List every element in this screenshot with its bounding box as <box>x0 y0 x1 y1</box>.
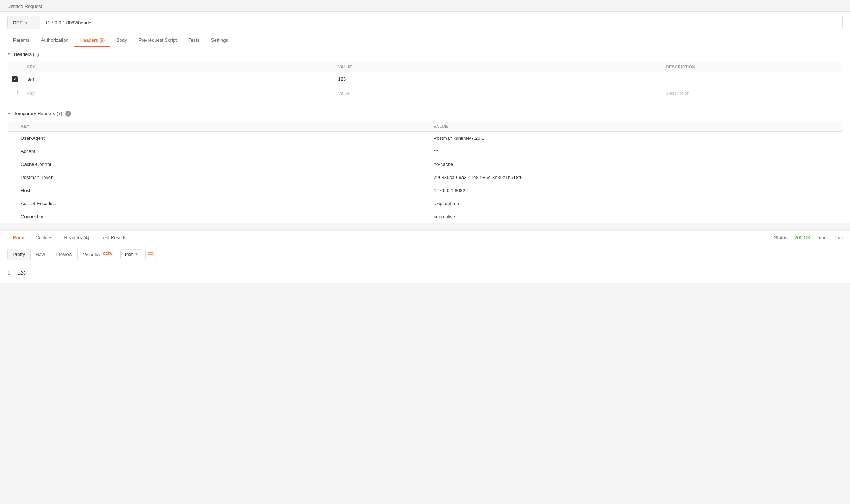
tab-prerequest[interactable]: Pre-request Script <box>133 34 183 47</box>
tab-headers[interactable]: Headers (8) <box>74 34 110 47</box>
headers-1-triangle-icon: ▼ <box>7 52 11 56</box>
temp-checkbox-cell <box>8 210 17 223</box>
checkbox-checked-icon[interactable]: ✓ <box>12 76 18 82</box>
tab-tests[interactable]: Tests <box>183 34 205 47</box>
temp-checkbox-cell <box>8 184 17 197</box>
temp-headers-info-icon[interactable]: i <box>65 111 71 117</box>
temp-col-value: VALUE <box>429 121 843 131</box>
beta-badge: BETA <box>103 252 112 255</box>
table-row: Host 127.0.0.1:8082 <box>8 184 843 197</box>
response-tab-bar: Body Cookies Headers (4) Test Results St… <box>0 231 850 245</box>
header-key-0[interactable]: item <box>22 72 334 86</box>
checkbox-unchecked-icon[interactable] <box>12 90 18 95</box>
temp-headers-triangle-icon: ▼ <box>7 111 11 115</box>
temp-header-value: */* <box>429 145 843 158</box>
request-title: Untitled Request <box>0 0 850 12</box>
method-select[interactable]: GET ▼ <box>8 16 40 29</box>
temp-header-key: Host <box>16 184 429 197</box>
table-row: ✓ item 123 <box>8 72 843 86</box>
header-value-0[interactable]: 123 <box>334 72 662 86</box>
temp-headers-table: KEY VALUE User-Agent PostmanRuntime/7.20… <box>7 121 843 223</box>
title-text: Untitled Request <box>7 4 42 9</box>
headers-1-table: KEY VALUE DESCRIPTION ✓ <box>7 61 843 101</box>
response-headers-count: (4) <box>83 235 89 240</box>
temp-headers-table-head-row: KEY VALUE <box>8 121 843 131</box>
temp-headers-toggle[interactable]: ▼ Temporary Headers (7) i <box>7 106 843 121</box>
response-body: 1 123 <box>0 264 850 283</box>
table-row-placeholder: Key Value Description <box>8 86 843 100</box>
temp-headers-title: Temporary Headers (7) <box>14 111 62 116</box>
temp-col-checkbox <box>8 121 17 131</box>
headers-1-toggle[interactable]: ▼ Headers (1) <box>7 47 843 61</box>
headers-tab-count: (8) <box>99 38 105 43</box>
response-status: Status: 200 OK Time: 7ms <box>774 235 843 240</box>
header-key-placeholder[interactable]: Key <box>22 86 334 100</box>
temp-col-key: KEY <box>16 121 429 131</box>
format-btn-preview[interactable]: Preview <box>50 249 78 260</box>
request-panel: Untitled Request GET ▼ Params Authorizat… <box>0 0 850 223</box>
temp-header-key: Postman-Token <box>16 171 429 184</box>
temp-header-key: Accept-Encoding <box>16 197 429 210</box>
format-btn-pretty[interactable]: Pretty <box>8 249 31 260</box>
table-row: Connection keep-alive <box>8 210 843 223</box>
temp-header-key: Connection <box>16 210 429 223</box>
temp-checkbox-cell <box>8 197 17 210</box>
tab-authorization[interactable]: Authorization <box>35 34 74 47</box>
temp-header-key: Cache-Control <box>16 158 429 171</box>
temp-header-key: User-Agent <box>16 131 429 145</box>
status-label: Status: <box>774 235 789 240</box>
format-bar: Pretty Raw Preview Visualize BETA Text ▼ <box>0 245 850 264</box>
table-row: User-Agent PostmanRuntime/7.20.1 <box>8 131 843 145</box>
header-desc-0[interactable] <box>662 72 843 86</box>
temp-header-value: 796330ca-69a3-41b8-986e-3b36e1b618f6 <box>429 171 843 184</box>
format-btn-visualize[interactable]: Visualize BETA <box>78 249 117 260</box>
checkbox-cell-0[interactable]: ✓ <box>8 72 23 86</box>
wrap-icon[interactable] <box>145 249 156 260</box>
type-select[interactable]: Text ▼ <box>120 249 143 259</box>
response-tab-headers[interactable]: Headers (4) <box>58 231 95 245</box>
header-desc-placeholder[interactable]: Description <box>662 86 843 100</box>
format-group: Pretty Raw Preview Visualize BETA <box>7 249 117 260</box>
time-value: 7ms <box>834 235 843 240</box>
url-input[interactable] <box>40 16 842 29</box>
temp-checkbox-cell <box>8 158 17 171</box>
line-number-1: 1 <box>7 270 10 277</box>
response-tab-body[interactable]: Body <box>7 231 30 245</box>
temp-checkbox-cell <box>8 131 17 145</box>
table-row: Accept-Encoding gzip, deflate <box>8 197 843 210</box>
status-value: 200 OK <box>794 235 810 240</box>
header-value-placeholder[interactable]: Value <box>334 86 662 100</box>
time-label: Time: <box>816 235 828 240</box>
tab-settings[interactable]: Settings <box>205 34 234 47</box>
checkbox-placeholder <box>8 86 23 100</box>
col-description: DESCRIPTION <box>662 62 843 72</box>
method-label: GET <box>13 20 23 25</box>
headers-1-section: ▼ Headers (1) KEY VALUE DESCRIPTION <box>0 47 850 223</box>
response-line-1: 1 123 <box>7 270 843 277</box>
temp-header-value: 127.0.0.1:8082 <box>429 184 843 197</box>
col-checkbox <box>8 62 23 72</box>
temp-header-value: PostmanRuntime/7.20.1 <box>429 131 843 145</box>
app-container: Untitled Request GET ▼ Params Authorizat… <box>0 0 850 504</box>
temp-header-key: Accept <box>16 145 429 158</box>
temp-header-value: no-cache <box>429 158 843 171</box>
format-btn-raw[interactable]: Raw <box>31 249 50 260</box>
table-row: Postman-Token 796330ca-69a3-41b8-986e-3b… <box>8 171 843 184</box>
url-bar: GET ▼ <box>7 16 843 29</box>
response-tab-testresults[interactable]: Test Results <box>95 231 132 245</box>
col-value: VALUE <box>334 62 662 72</box>
tab-params[interactable]: Params <box>7 34 35 47</box>
method-chevron-icon: ▼ <box>25 21 28 25</box>
response-tab-cookies[interactable]: Cookies <box>30 231 58 245</box>
table-row: Accept */* <box>8 145 843 158</box>
response-panel: Body Cookies Headers (4) Test Results St… <box>0 229 850 283</box>
tab-body[interactable]: Body <box>110 34 133 47</box>
col-key: KEY <box>22 62 334 72</box>
headers-1-title: Headers (1) <box>14 52 39 57</box>
line-content-1: 123 <box>17 270 26 277</box>
temp-checkbox-cell <box>8 145 17 158</box>
temp-checkbox-cell <box>8 171 17 184</box>
request-tab-bar: Params Authorization Headers (8) Body Pr… <box>0 34 850 47</box>
type-chevron-icon: ▼ <box>135 252 138 256</box>
temp-header-value: gzip, deflate <box>429 197 843 210</box>
